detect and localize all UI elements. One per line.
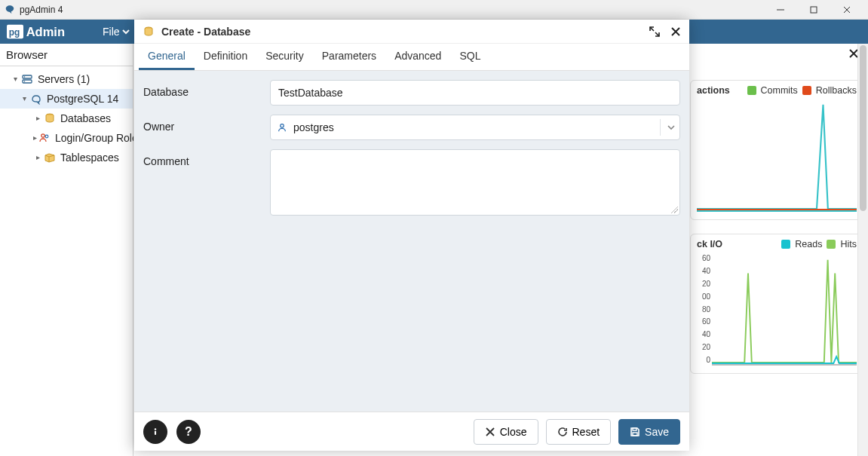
user-icon xyxy=(276,121,288,133)
svg-point-6 xyxy=(24,76,26,78)
svg-point-14 xyxy=(155,428,156,430)
window-maximize-button[interactable] xyxy=(797,0,830,20)
menu-file-label: File xyxy=(103,26,120,38)
caret-right-icon[interactable]: ▸ xyxy=(33,129,37,147)
dialog-title: Create - Database xyxy=(161,26,250,38)
tree-label: Login/Group Roles xyxy=(55,129,143,147)
chart-title-partial: actions xyxy=(697,85,730,96)
database-icon xyxy=(142,25,155,38)
browser-panel: Browser ▾ Servers (1) ▾ PostgreSQL 14 ▸ xyxy=(0,44,133,456)
chart-plot xyxy=(712,252,857,366)
svg-point-7 xyxy=(24,81,26,82)
tree-node-login-roles[interactable]: ▸ Login/Group Roles xyxy=(0,128,133,148)
svg-text:Admin: Admin xyxy=(26,25,65,38)
tree-node-databases[interactable]: ▸ Databases xyxy=(0,109,133,128)
tree-node-tablespaces[interactable]: ▸ Tablespaces xyxy=(0,148,133,167)
chevron-down-icon[interactable] xyxy=(660,119,676,136)
create-database-dialog: Create - Database General Definition Sec… xyxy=(134,20,689,451)
resize-grip-icon[interactable] xyxy=(669,204,678,213)
reset-icon xyxy=(557,427,568,437)
servers-icon xyxy=(21,73,33,85)
database-input[interactable] xyxy=(270,80,680,106)
label-database: Database xyxy=(143,80,270,98)
roles-icon xyxy=(38,132,51,144)
scrollbar[interactable] xyxy=(857,44,868,456)
menu-file[interactable]: File xyxy=(103,26,130,38)
svg-point-13 xyxy=(281,124,284,128)
scrollbar-thumb[interactable] xyxy=(860,45,866,211)
elephant-icon xyxy=(30,93,42,105)
info-button[interactable] xyxy=(143,420,167,444)
tab-definition[interactable]: Definition xyxy=(195,44,256,70)
object-tree[interactable]: ▾ Servers (1) ▾ PostgreSQL 14 ▸ Database… xyxy=(0,66,133,170)
legend-swatch-rollbacks xyxy=(802,86,811,95)
close-button[interactable]: Close xyxy=(474,419,538,445)
y-axis: 60 40 20 00 80 60 40 20 0 xyxy=(697,252,712,366)
close-icon xyxy=(485,427,495,437)
reset-button[interactable]: Reset xyxy=(546,419,612,445)
browser-header: Browser xyxy=(0,44,133,66)
save-button[interactable]: Save xyxy=(618,419,680,445)
svg-rect-15 xyxy=(155,430,156,434)
caret-right-icon[interactable]: ▸ xyxy=(33,109,42,127)
svg-rect-0 xyxy=(811,7,817,13)
legend-label: Rollbacks xyxy=(816,85,857,96)
comment-textarea[interactable] xyxy=(270,149,680,216)
chart-plot xyxy=(697,99,857,212)
tree-node-postgresql[interactable]: ▾ PostgreSQL 14 xyxy=(0,89,133,109)
svg-point-9 xyxy=(41,134,44,137)
app-menu: File xyxy=(103,26,133,38)
svg-point-10 xyxy=(45,135,48,138)
tree-label: Servers (1) xyxy=(38,70,90,88)
caret-down-icon[interactable]: ▾ xyxy=(11,70,20,88)
pgadmin-logo: pg Admin xyxy=(6,23,90,40)
dialog-body: Database Owner Comment xyxy=(134,71,689,412)
tab-general[interactable]: General xyxy=(139,44,195,70)
svg-text:pg: pg xyxy=(9,27,20,38)
svg-rect-16 xyxy=(633,428,636,430)
dialog-header: Create - Database xyxy=(134,20,689,44)
tab-sql[interactable]: SQL xyxy=(450,44,489,70)
tree-node-servers[interactable]: ▾ Servers (1) xyxy=(0,69,133,89)
database-icon xyxy=(44,112,56,124)
dialog-tabs: General Definition Security Parameters A… xyxy=(134,44,689,71)
caret-right-icon[interactable]: ▸ xyxy=(33,148,42,167)
legend-label: Hits xyxy=(840,239,857,249)
tree-label: Databases xyxy=(60,109,111,127)
window-minimize-button[interactable] xyxy=(764,0,797,20)
window-titlebar: pgAdmin 4 xyxy=(0,0,868,20)
label-comment: Comment xyxy=(143,149,270,167)
legend-label: Commits xyxy=(761,85,798,96)
legend-swatch-commits xyxy=(747,86,756,95)
help-button[interactable]: ? xyxy=(176,420,201,444)
app-icon xyxy=(5,5,15,15)
dialog-expand-button[interactable] xyxy=(649,26,661,38)
dashboard-charts: actions Commits Rollbacks xyxy=(690,80,863,374)
window-close-button[interactable] xyxy=(830,0,863,20)
save-icon xyxy=(630,427,640,437)
legend-swatch-reads xyxy=(781,240,790,249)
caret-down-icon[interactable]: ▾ xyxy=(20,90,29,108)
label-owner: Owner xyxy=(143,115,270,133)
owner-value[interactable] xyxy=(270,115,680,140)
window-title: pgAdmin 4 xyxy=(20,5,63,15)
chart-block-io: ck I/O Reads Hits 60 40 20 00 80 60 40 xyxy=(690,234,863,374)
tablespace-icon xyxy=(44,151,56,164)
tab-security[interactable]: Security xyxy=(256,44,313,70)
dialog-close-button[interactable] xyxy=(670,26,682,38)
window-controls xyxy=(764,0,863,20)
owner-select[interactable] xyxy=(270,115,680,140)
svg-rect-17 xyxy=(633,433,637,436)
chart-transactions: actions Commits Rollbacks xyxy=(690,80,863,220)
dialog-footer: ? Close Reset Save xyxy=(134,412,689,451)
tab-parameters[interactable]: Parameters xyxy=(313,44,385,70)
tree-label: Tablespaces xyxy=(60,148,119,167)
legend-swatch-hits xyxy=(827,240,836,249)
tree-label: PostgreSQL 14 xyxy=(47,90,118,108)
chart-title-partial: ck I/O xyxy=(697,239,722,249)
tab-advanced[interactable]: Advanced xyxy=(385,44,450,70)
legend-label: Reads xyxy=(795,239,822,249)
